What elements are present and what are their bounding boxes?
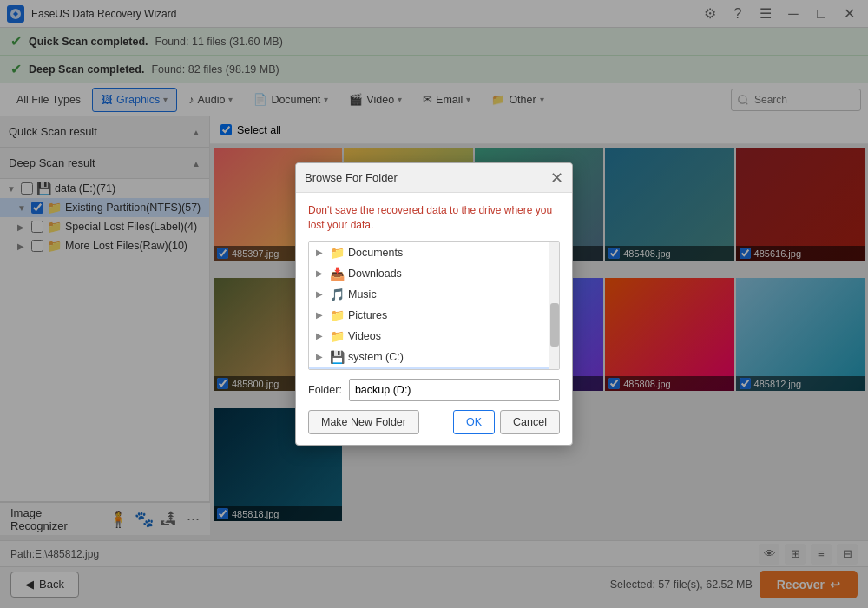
- modal-body: Don't save the recovered data to the dri…: [296, 193, 572, 445]
- pictures-label: Pictures: [348, 309, 387, 321]
- system-c-arrow-icon: ▶: [316, 352, 326, 361]
- modal-folder-tree[interactable]: ▶ 📁 Documents ▶ 📥 Downloads ▶ 🎵 Music ▶ …: [308, 241, 560, 370]
- music-folder-icon: 🎵: [330, 287, 345, 301]
- modal-tree-item-videos[interactable]: ▶ 📁 Videos: [309, 326, 559, 347]
- documents-arrow-icon: ▶: [316, 248, 326, 257]
- modal-buttons: Make New Folder OK Cancel: [308, 410, 560, 434]
- ok-button[interactable]: OK: [453, 410, 495, 434]
- browse-folder-dialog: Browse For Folder ✕ Don't save the recov…: [295, 162, 573, 446]
- system-c-label: system (C:): [348, 351, 404, 363]
- pictures-folder-icon: 📁: [330, 308, 345, 322]
- modal-tree-item-pictures[interactable]: ▶ 📁 Pictures: [309, 305, 559, 326]
- modal-title: Browse For Folder: [305, 171, 398, 184]
- videos-folder-icon: 📁: [330, 329, 345, 343]
- videos-label: Videos: [348, 330, 381, 342]
- folder-path-input[interactable]: [349, 379, 560, 401]
- modal-tree-item-backup-d[interactable]: ▼ 💾 backup (D:): [309, 367, 559, 370]
- modal-titlebar: Browse For Folder ✕: [296, 163, 572, 193]
- modal-close-button[interactable]: ✕: [550, 170, 563, 186]
- system-c-drive-icon: 💾: [330, 350, 345, 364]
- pictures-arrow-icon: ▶: [316, 310, 326, 320]
- documents-folder-icon: 📁: [330, 246, 345, 260]
- modal-tree-item-downloads[interactable]: ▶ 📥 Downloads: [309, 263, 559, 284]
- modal-tree-item-system-c[interactable]: ▶ 💾 system (C:): [309, 347, 559, 367]
- make-new-folder-button[interactable]: Make New Folder: [308, 410, 419, 434]
- videos-arrow-icon: ▶: [316, 331, 326, 340]
- modal-warning-text: Don't save the recovered data to the dri…: [308, 203, 560, 233]
- ok-cancel-group: OK Cancel: [453, 410, 560, 434]
- music-arrow-icon: ▶: [316, 289, 326, 299]
- modal-overlay: Browse For Folder ✕ Don't save the recov…: [0, 0, 868, 608]
- documents-label: Documents: [348, 247, 403, 259]
- folder-label-row: Folder:: [308, 379, 560, 401]
- music-label: Music: [348, 288, 377, 301]
- cancel-button[interactable]: Cancel: [500, 410, 560, 434]
- downloads-folder-icon: 📥: [330, 267, 345, 281]
- downloads-arrow-icon: ▶: [316, 268, 326, 278]
- modal-tree-item-documents[interactable]: ▶ 📁 Documents: [309, 242, 559, 263]
- folder-label: Folder:: [308, 384, 342, 396]
- modal-tree-item-music[interactable]: ▶ 🎵 Music: [309, 284, 559, 305]
- downloads-label: Downloads: [348, 268, 402, 280]
